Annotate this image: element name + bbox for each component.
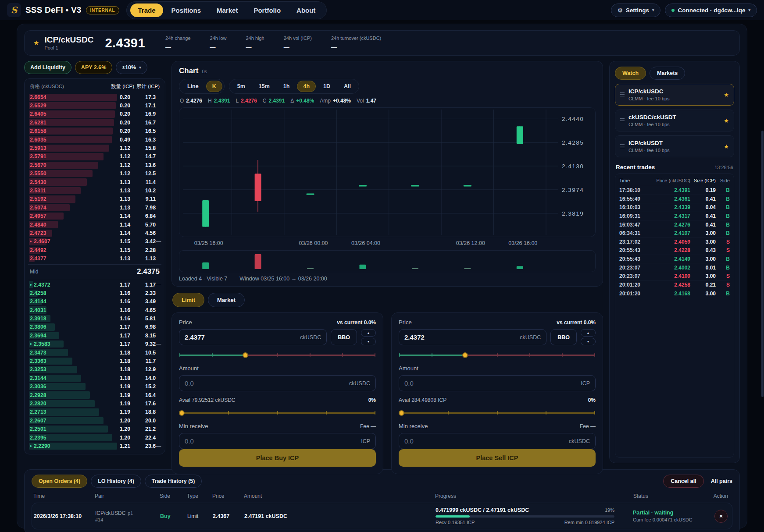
orderbook-row-bid[interactable]: 2.36941.178.15 [28,331,161,340]
trade-row[interactable]: 20:23:072.41003.00S [619,272,730,281]
orderbook-row-ask[interactable]: 2.49571.146.84 [28,212,161,220]
drag-handle-icon[interactable] [620,92,625,97]
nav-item-market[interactable]: Market [209,4,245,17]
drag-handle-icon[interactable] [620,118,625,123]
orderbook-row-bid[interactable]: 2.43721.171.17— [28,280,161,289]
cancel-order-button[interactable]: × [714,510,728,523]
place-sell-order-button[interactable]: Place Sell ICP [399,449,596,467]
orderbook-row-bid[interactable]: 2.40311.164.65 [28,306,161,314]
chart-plot[interactable]: 2.44402.42852.41302.39742.3819 [179,107,596,237]
trade-row[interactable]: 23:17:022.40593.00S [619,238,730,247]
favorite-star-icon[interactable]: ★ [724,92,729,98]
timeframe-15m[interactable]: 15m [253,81,276,92]
trade-row[interactable]: 06:34:312.41073.00B [619,229,730,238]
orderbook-row-bid[interactable]: 2.27131.1918.8 [28,408,161,416]
orderbook-row-bid[interactable]: 2.22901.2123.6— [28,442,161,450]
orderbook-row-ask[interactable]: 2.50741.137.98 [28,203,161,212]
timeframe-1d[interactable]: 1D [317,81,336,92]
orderbook-row-bid[interactable]: 2.28201.1917.6 [28,399,161,408]
orderbook-row-ask[interactable]: 2.55501.1212.5 [28,170,161,178]
timeframe-1h[interactable]: 1h [277,81,296,92]
buy-price-increment-button[interactable]: ▲ [361,329,376,337]
drag-handle-icon[interactable] [620,144,625,149]
order-type-tab-limit[interactable]: Limit [172,293,204,307]
sell-price-slider-knob[interactable] [462,352,468,358]
orderbook-row-bid[interactable]: 2.25011.2021.2 [28,425,161,433]
favorite-star-icon[interactable]: ★ [33,39,39,47]
buy-amount-slider[interactable] [180,410,375,416]
orderbook-row-ask[interactable]: 2.46071.153.42— [28,238,161,246]
orderbook-row-bid[interactable]: 2.35831.179.32— [28,340,161,348]
sell-min-receive-input[interactable] [404,437,565,445]
buy-price-input[interactable] [185,333,296,341]
orderbook-row-ask[interactable]: 2.43771.131.13 [28,254,161,262]
order-type-tab-market[interactable]: Market [208,293,245,307]
buy-price-slider-knob[interactable] [243,352,248,358]
trade-row[interactable]: 20:01:202.42580.21S [619,281,730,290]
nav-item-portfolio[interactable]: Portfolio [246,4,288,17]
timeframe-4h[interactable]: 4h [297,81,316,92]
orderbook-row-bid[interactable]: 2.34731.1810.5 [28,348,161,357]
orderbook-row-ask[interactable]: 2.44921.152.28 [28,246,161,254]
buy-amount-slider-knob[interactable] [179,410,185,416]
sell-price-increment-button[interactable]: ▲ [581,329,596,337]
watch-tab-markets[interactable]: Markets [650,67,685,80]
chart-mode-k[interactable]: K [206,81,222,92]
buy-bbo-button[interactable]: BBO [331,329,357,345]
sell-amount-slider[interactable] [400,410,595,416]
watch-tab-watch[interactable]: Watch [615,67,646,80]
timeframe-5m[interactable]: 5m [231,81,251,92]
orderbook-row-bid[interactable]: 2.26071.2020.0 [28,416,161,425]
place-buy-order-button[interactable]: Place Buy ICP [179,449,376,467]
settings-button[interactable]: ⚙ Settings ▾ [611,4,660,17]
trade-row[interactable]: 16:09:312.43170.41B [619,212,730,221]
orders-tab[interactable]: Open Orders (4) [32,475,87,488]
orderbook-row-ask[interactable]: 2.62810.2016.7 [28,118,161,127]
orders-tab[interactable]: Trade History (5) [145,475,202,488]
trade-row[interactable]: 17:38:102.43910.19B [619,186,730,195]
apy-badge-button[interactable]: APY 2.6% [75,61,112,74]
orderbook-row-bid[interactable]: 2.32531.1812.9 [28,365,161,374]
orderbook-row-ask[interactable]: 2.65290.2017.1 [28,101,161,110]
sell-price-input[interactable] [404,333,516,341]
sell-price-decrement-button[interactable]: ▼ [581,338,596,345]
orderbook-row-bid[interactable]: 2.41441.163.49 [28,298,161,306]
favorite-star-icon[interactable]: ★ [724,143,729,150]
nav-item-trade[interactable]: Trade [130,4,163,17]
favorite-star-icon[interactable]: ★ [724,117,729,124]
nav-item-positions[interactable]: Positions [164,4,209,17]
orderbook-row-ask[interactable]: 2.64050.2016.9 [28,110,161,118]
watch-item-ckusdc-ckusdt[interactable]: ckUSDC/ckUSDTCLMM · fee 10 bps★ [615,110,734,131]
wallet-connection-button[interactable]: Connected · dg4cw...iqe ▾ [665,4,757,17]
sell-bbo-button[interactable]: BBO [550,329,577,345]
buy-price-slider[interactable] [180,352,375,358]
orderbook-row-ask[interactable]: 2.60350.4916.3 [28,135,161,144]
watch-item-icp-ckusdt[interactable]: ICP/ckUSDTCLMM · fee 10 bps★ [615,135,734,157]
chart-mode-line[interactable]: Line [181,81,205,92]
trade-row[interactable]: 20:01:202.41683.00B [619,289,730,298]
sell-amount-input[interactable] [404,379,577,387]
add-liquidity-button[interactable]: Add Liquidity [24,61,71,74]
orderbook-row-bid[interactable]: 2.33631.1811.7 [28,357,161,365]
cancel-all-button[interactable]: Cancel all [663,475,703,488]
trade-row[interactable]: 16:55:492.43610.41B [619,195,730,204]
orderbook-row-ask[interactable]: 2.51921.139.11 [28,195,161,203]
depth-range-dropdown[interactable]: ±10% ▾ [116,61,147,74]
orders-tab[interactable]: LO History (4) [91,475,141,488]
trade-row[interactable]: 16:10:032.43390.04B [619,203,730,212]
app-logo-icon[interactable]: S [7,3,21,17]
orderbook-row-ask[interactable]: 2.57911.1214.7 [28,153,161,161]
orderbook-row-bid[interactable]: 2.23951.2022.4 [28,433,161,442]
sell-price-slider[interactable] [400,352,595,358]
timeframe-all[interactable]: All [338,81,357,92]
trade-row[interactable]: 20:23:072.40020.01B [619,263,730,272]
orderbook-row-ask[interactable]: 2.53111.1310.2 [28,186,161,195]
watch-item-icp-ckusdc[interactable]: ICP/ckUSDCCLMM · fee 10 bps★ [615,84,734,106]
trade-row[interactable]: 20:55:432.41493.00B [619,255,730,264]
orderbook-row-bid[interactable]: 2.29281.1916.4 [28,391,161,399]
orderbook-row-bid[interactable]: 2.39181.165.81 [28,314,161,323]
orderbook-row-bid[interactable]: 2.38061.176.98 [28,323,161,331]
nav-item-about[interactable]: About [289,4,323,17]
page-scrollbar[interactable] [761,131,764,397]
orderbook-row-bid[interactable]: 2.31441.1814.0 [28,374,161,382]
